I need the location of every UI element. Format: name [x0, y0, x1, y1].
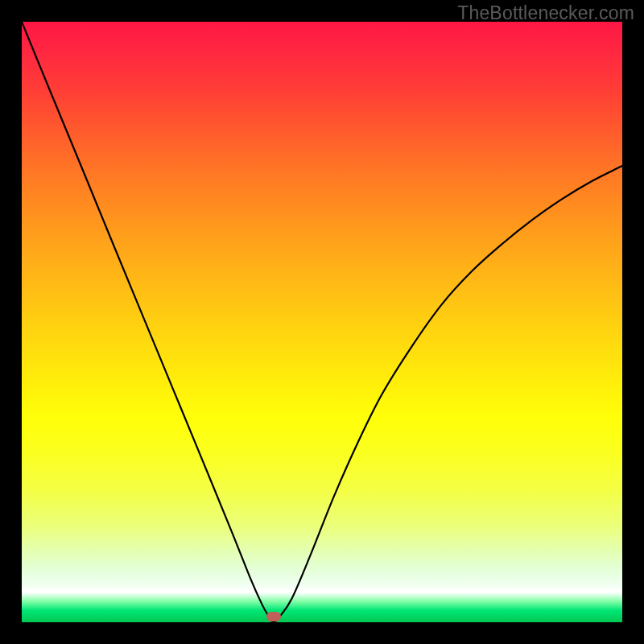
- chart-plot-area: [22, 22, 622, 622]
- optimal-point-marker: [266, 612, 281, 621]
- watermark-text: TheBottlenecker.com: [457, 2, 634, 24]
